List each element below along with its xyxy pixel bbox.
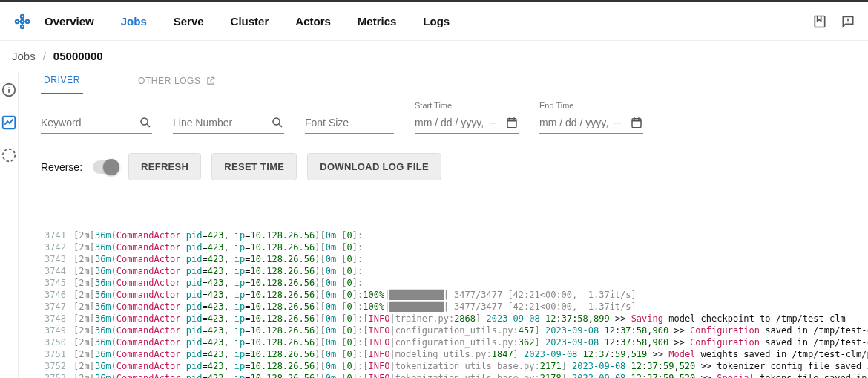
nav-tab-jobs[interactable]: Jobs — [121, 15, 147, 27]
nav-tab-overview[interactable]: Overview — [45, 15, 94, 27]
log-line: 3747[2m[36m(CommandActor pid=423, ip=10.… — [41, 301, 868, 313]
breadcrumb: Jobs / 05000000 — [0, 41, 868, 72]
svg-point-2 — [21, 14, 24, 17]
start-time-input[interactable] — [415, 112, 519, 134]
breadcrumb-root[interactable]: Jobs — [12, 50, 36, 62]
svg-point-1 — [26, 19, 29, 22]
log-line: 3752[2m[36m(CommandActor pid=423, ip=10.… — [41, 360, 868, 372]
progress-icon[interactable] — [0, 146, 18, 164]
font-size-input[interactable] — [305, 112, 394, 134]
log-line: 3741[2m[36m(CommandActor pid=423, ip=10.… — [41, 229, 868, 241]
launch-icon — [206, 76, 216, 86]
reverse-toggle[interactable] — [93, 160, 118, 174]
svg-point-8 — [3, 149, 16, 162]
nav-tab-cluster[interactable]: Cluster — [231, 15, 269, 27]
log-line: 3746[2m[36m(CommandActor pid=423, ip=10.… — [41, 289, 868, 301]
log-line: 3742[2m[36m(CommandActor pid=423, ip=10.… — [41, 241, 868, 253]
svg-point-0 — [16, 19, 19, 22]
reverse-label: Reverse: — [41, 161, 82, 173]
reset-time-button[interactable]: RESET TIME — [211, 153, 297, 180]
end-time-input[interactable] — [539, 112, 643, 134]
log-line: 3748[2m[36m(CommandActor pid=423, ip=10.… — [41, 313, 868, 325]
breadcrumb-current: 05000000 — [53, 50, 103, 62]
feedback-icon[interactable] — [840, 13, 856, 30]
log-line: 3751[2m[36m(CommandActor pid=423, ip=10.… — [41, 348, 868, 360]
log-line: 3743[2m[36m(CommandActor pid=423, ip=10.… — [41, 253, 868, 265]
nav-tab-actors[interactable]: Actors — [295, 15, 331, 27]
ray-logo — [12, 11, 33, 32]
bookmark-icon[interactable] — [812, 13, 828, 30]
svg-point-3 — [21, 25, 24, 27]
tab-other-logs[interactable]: OTHER LOGS — [135, 72, 219, 94]
svg-rect-5 — [815, 16, 824, 27]
log-line: 3745[2m[36m(CommandActor pid=423, ip=10.… — [41, 277, 868, 289]
tab-driver[interactable]: DRIVER — [41, 72, 83, 94]
log-line: 3753[2m[36m(CommandActor pid=423, ip=10.… — [41, 372, 868, 378]
keyword-input[interactable] — [41, 112, 152, 134]
log-viewer[interactable]: 3741[2m[36m(CommandActor pid=423, ip=10.… — [41, 194, 868, 378]
line-number-input[interactable] — [173, 112, 284, 134]
start-time-label: Start Time — [415, 101, 452, 110]
top-nav: OverviewJobsServeClusterActorsMetricsLog… — [0, 2, 868, 41]
log-line: 3750[2m[36m(CommandActor pid=423, ip=10.… — [41, 336, 868, 348]
nav-tab-serve[interactable]: Serve — [174, 15, 204, 27]
nav-tab-metrics[interactable]: Metrics — [358, 15, 397, 27]
end-time-label: End Time — [539, 101, 573, 110]
log-line: 3749[2m[36m(CommandActor pid=423, ip=10.… — [41, 325, 868, 336]
info-icon[interactable] — [0, 81, 18, 99]
chart-icon[interactable] — [0, 114, 18, 131]
svg-point-4 — [21, 19, 24, 22]
refresh-button[interactable]: REFRESH — [128, 153, 201, 180]
tab-other-logs-label: OTHER LOGS — [138, 76, 201, 86]
download-log-button[interactable]: DOWNLOAD LOG FILE — [307, 153, 441, 180]
left-rail — [0, 72, 19, 378]
log-tabs: DRIVER OTHER LOGS — [41, 72, 868, 94]
nav-tab-logs[interactable]: Logs — [423, 15, 450, 27]
log-line: 3744[2m[36m(CommandActor pid=423, ip=10.… — [41, 265, 868, 277]
